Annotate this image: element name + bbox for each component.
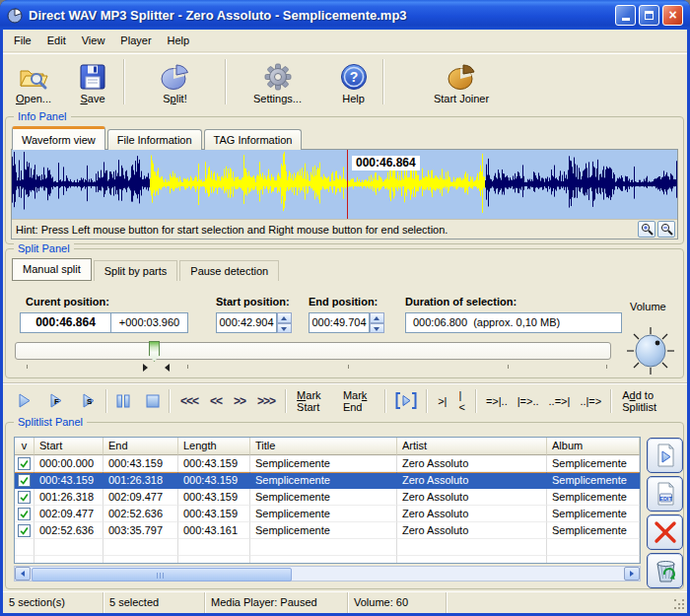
row-checkbox[interactable] (18, 508, 31, 520)
check-icon (19, 458, 30, 469)
mark-start-button[interactable]: Mark Start (291, 389, 337, 413)
menu-player[interactable]: Player (112, 31, 159, 51)
tab-split-by-parts[interactable]: Split by parts (94, 260, 178, 281)
column-length[interactable]: Length (178, 438, 250, 455)
delete-section-button[interactable] (647, 514, 683, 550)
start-joiner-button[interactable]: Start Joiner (408, 56, 515, 107)
column-artist[interactable]: Artist (397, 438, 547, 455)
column-end[interactable]: End (104, 438, 178, 455)
nudge-start-right-button[interactable]: =>|.. (481, 395, 513, 407)
table-row[interactable]: 000:00.000 000:43.159 000:43.159 Semplic… (15, 455, 640, 472)
play-selection-button[interactable] (390, 389, 422, 413)
row-checkbox[interactable] (18, 491, 31, 504)
save-button[interactable]: Save (64, 56, 121, 107)
row-checkbox[interactable] (18, 457, 31, 470)
hint-text: Hint: Press Left mouse button for start … (16, 224, 636, 236)
resize-grip[interactable] (674, 599, 686, 611)
table-row[interactable]: 000:43.159 001:26.318 000:43.159 Semplic… (15, 472, 640, 489)
go-selection-end-button[interactable]: >| (432, 395, 452, 407)
tab-manual-split[interactable]: Manual split (12, 258, 92, 281)
scroll-right-button[interactable] (624, 567, 640, 581)
seek-forward-button[interactable]: >> (228, 394, 251, 408)
menu-help[interactable]: Help (160, 31, 198, 51)
slider-tick (27, 365, 28, 369)
hint-bar: Hint: Press Left mouse button for start … (12, 219, 677, 239)
waveform-canvas[interactable] (12, 150, 677, 219)
end-position-field[interactable]: 000:49.704 (309, 312, 370, 333)
nudge-end-left-button[interactable]: ..|=> (575, 395, 606, 407)
seek-back-fast-button[interactable]: <<< (174, 394, 204, 408)
row-checkbox[interactable] (18, 524, 31, 537)
cell-start: 000:43.159 (34, 472, 104, 489)
play-slow-button[interactable]: S (77, 389, 102, 413)
column-start[interactable]: Start (34, 438, 104, 455)
table-row[interactable]: 001:26.318 002:09.477 000:43.159 Semplic… (15, 489, 640, 506)
play-button[interactable] (13, 389, 36, 413)
current-position-field[interactable]: 000:46.864 (20, 312, 111, 333)
split-button[interactable]: Split! (127, 56, 223, 107)
waveform-view[interactable]: 000:46.864 (12, 150, 677, 219)
current-delta-field[interactable]: +000:03.960 (110, 312, 188, 333)
help-button[interactable]: ? Help (326, 56, 380, 107)
minimize-icon (622, 18, 630, 21)
minimize-button[interactable] (615, 5, 636, 26)
close-button[interactable]: × (662, 5, 683, 26)
save-label: Save (80, 93, 104, 104)
edit-icon: EDIT (653, 481, 678, 507)
nudge-end-right-button[interactable]: ..=>| (544, 395, 576, 407)
splitlist-rows: 000:00.000 000:43.159 000:43.159 Semplic… (15, 455, 640, 539)
column-album[interactable]: Album (547, 438, 640, 455)
play-fast-button[interactable]: F (44, 389, 69, 413)
horizontal-scrollbar[interactable] (14, 566, 641, 582)
tab-pause-detection[interactable]: Pause detection (179, 260, 279, 281)
selection-end-marker (165, 364, 170, 372)
table-row[interactable]: 002:52.636 003:35.797 000:43.161 Semplic… (15, 522, 640, 539)
menu-file[interactable]: File (6, 31, 39, 51)
position-slider-track[interactable] (15, 342, 611, 360)
row-checkbox[interactable] (18, 474, 31, 487)
seek-forward-fast-button[interactable]: >>> (251, 394, 281, 408)
tab-file-information[interactable]: File Information (107, 129, 202, 150)
transport-toolbar: F S <<< << >> >>> Mark Start Mark End >|… (3, 382, 687, 418)
tab-waveform-view[interactable]: Waveform view (12, 126, 105, 150)
settings-button[interactable]: Settings... (229, 56, 326, 107)
spin-up-icon[interactable] (370, 312, 384, 323)
start-position-spinner[interactable] (277, 312, 292, 333)
menu-view[interactable]: View (74, 31, 113, 51)
column-title[interactable]: Title (250, 438, 397, 455)
spin-down-icon[interactable] (277, 323, 292, 334)
scrollbar-thumb[interactable] (32, 568, 292, 582)
table-row[interactable]: 002:09.477 002:52.636 000:43.159 Semplic… (15, 506, 640, 522)
delete-x-icon (654, 520, 677, 544)
spin-down-icon[interactable] (370, 323, 384, 334)
edit-section-button[interactable]: EDIT (647, 476, 683, 512)
go-selection-start-button[interactable]: |< (452, 389, 470, 413)
zoom-out-button[interactable] (657, 221, 675, 238)
duration-field[interactable]: 000:06.800 (approx. 0,10 MB) (405, 312, 622, 333)
position-slider-thumb[interactable] (149, 341, 160, 362)
volume-label: Volume (630, 301, 666, 312)
clear-splitlist-button[interactable] (647, 553, 683, 588)
menu-edit[interactable]: Edit (39, 31, 74, 51)
zoom-in-icon (641, 223, 654, 236)
add-to-splitlist-button[interactable]: Add to Splitlist (616, 389, 675, 413)
column-check[interactable]: v (15, 438, 34, 455)
tab-tag-information[interactable]: TAG Information (204, 129, 303, 150)
nudge-start-left-button[interactable]: |=>.. (513, 395, 544, 407)
scroll-left-button[interactable] (15, 567, 31, 581)
end-position-spinner[interactable] (370, 312, 384, 333)
selection-start-marker (143, 364, 148, 372)
play-section-button[interactable] (647, 438, 683, 473)
volume-knob[interactable] (625, 325, 676, 378)
cell-start: 002:52.636 (34, 522, 104, 539)
mark-end-button[interactable]: Mark End (337, 389, 380, 413)
maximize-button[interactable] (639, 5, 659, 26)
stop-button[interactable] (141, 389, 165, 413)
open-button[interactable]: Open... (3, 56, 64, 107)
pause-button[interactable] (111, 389, 135, 413)
playback-cursor[interactable] (347, 150, 348, 219)
spin-up-icon[interactable] (277, 312, 292, 323)
start-position-field[interactable]: 000:42.904 (216, 312, 277, 333)
zoom-in-button[interactable] (638, 221, 656, 238)
seek-back-button[interactable]: << (204, 394, 228, 408)
